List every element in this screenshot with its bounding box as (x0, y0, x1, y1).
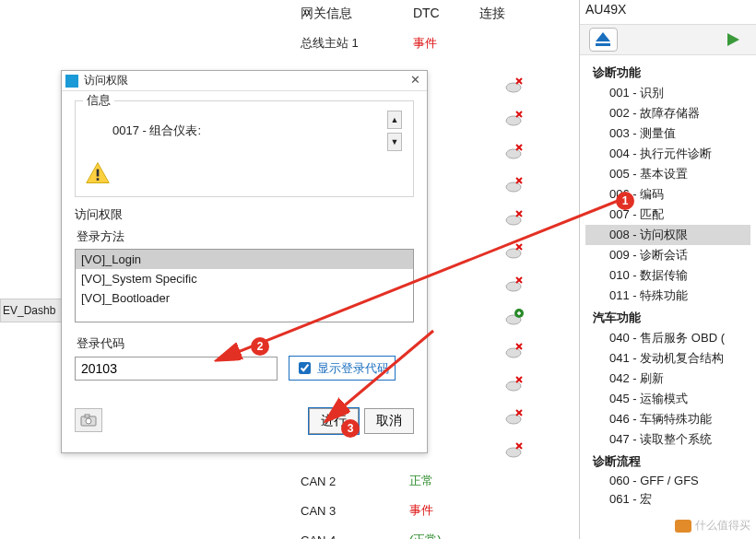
dialog-titlebar: 访问权限 ✕ (62, 71, 427, 91)
connection-bad-icon (505, 76, 524, 94)
svg-point-24 (506, 348, 521, 357)
tree-item[interactable]: 003 - 测量值 (585, 123, 750, 144)
tree-item[interactable]: 009 - 诊断会话 (585, 245, 750, 265)
camera-icon (80, 414, 97, 427)
info-text: 0017 - 组合仪表: (112, 123, 201, 139)
right-toolbar (580, 24, 756, 55)
show-code-label: 显示登录代码 (317, 360, 389, 377)
connection-bad-icon (505, 440, 524, 459)
row1-dtc: 事件 (413, 35, 476, 52)
tree-item[interactable]: 047 - 读取整个系统 (585, 429, 750, 450)
cancel-button[interactable]: 取消 (364, 408, 414, 434)
row-dtc: 事件 (409, 502, 472, 519)
tree-item[interactable]: 006 - 编码 (585, 184, 750, 205)
tree-item[interactable]: 061 - 宏 (585, 489, 750, 510)
info-group: 信息 0017 - 组合仪表: ▲ ▼ (75, 100, 414, 197)
login-method-label: 登录方法 (77, 228, 414, 245)
connection-bad-icon (505, 208, 524, 227)
watermark-text: 什么值得买 (695, 518, 750, 533)
screenshot-button[interactable] (75, 408, 102, 432)
tree-item[interactable]: 004 - 执行元件诊断 (585, 144, 750, 164)
connection-bad-icon (505, 275, 524, 293)
right-panel: AU49X 诊断功能001 - 识别002 - 故障存储器003 - 测量值00… (579, 0, 756, 539)
tree-item[interactable]: 040 - 售后服务 OBD ( (585, 328, 750, 348)
hdr-dtc: DTC (413, 6, 476, 20)
tree-item[interactable]: 005 - 基本设置 (585, 164, 750, 184)
hdr-gateway: 网关信息 (301, 6, 409, 22)
svg-point-39 (86, 418, 91, 424)
connection-ok-icon (505, 308, 524, 326)
row-name: CAN 3 (301, 504, 409, 518)
watermark-icon (675, 520, 691, 533)
watermark: 什么值得买 (675, 518, 750, 533)
login-option[interactable]: [VO]_Login (76, 250, 413, 269)
tree-item[interactable]: 011 - 特殊功能 (585, 286, 750, 306)
login-option[interactable]: [VO]_System Specific (76, 269, 413, 288)
tree-section-title: 汽车功能 (593, 310, 747, 326)
show-code-check[interactable] (299, 362, 311, 374)
connection-bad-icon (505, 407, 524, 426)
access-label: 访问权限 (75, 206, 414, 223)
tree-item[interactable]: 045 - 运输模式 (585, 389, 750, 409)
grid-row-1: 总线主站 1 事件 (301, 35, 476, 52)
grid-row: CAN 4(正常) (301, 525, 472, 539)
info-legend: 信息 (83, 92, 114, 109)
login-method-list[interactable]: [VO]_Login[VO]_System Specific[VO]_Bootl… (75, 249, 414, 322)
svg-point-10 (506, 182, 521, 192)
tree-item[interactable]: 041 - 发动机复合结构 (585, 348, 750, 369)
tree-item[interactable]: 002 - 故障存储器 (585, 103, 750, 123)
svg-point-33 (506, 448, 521, 457)
tree-section-title: 诊断功能 (593, 64, 747, 81)
warning-icon (85, 160, 111, 186)
svg-point-27 (506, 381, 521, 391)
right-header-title: AU49X (585, 2, 626, 17)
scroll-up-icon[interactable]: ▲ (387, 111, 402, 129)
svg-point-16 (506, 249, 521, 258)
connection-bad-icon (505, 374, 524, 393)
app-icon (65, 75, 78, 88)
svg-rect-36 (97, 170, 100, 177)
grid-row: CAN 3事件 (301, 496, 472, 525)
tree-item[interactable]: 007 - 匹配 (585, 205, 750, 225)
row-dtc: (正常) (409, 532, 472, 539)
row-dtc: 正常 (409, 473, 472, 489)
eject-button[interactable] (589, 28, 618, 52)
grid-row: CAN 2正常 (301, 466, 472, 496)
show-code-checkbox[interactable]: 显示登录代码 (289, 356, 396, 381)
connection-bad-icon (505, 241, 524, 260)
dialog-title: 访问权限 (84, 73, 407, 88)
connection-bad-icon (505, 341, 524, 359)
svg-point-13 (506, 216, 521, 225)
login-option[interactable]: [VO]_Bootloader (76, 288, 413, 308)
svg-point-30 (506, 415, 521, 424)
access-dialog: 访问权限 ✕ 信息 0017 - 组合仪表: ▲ ▼ (61, 70, 428, 453)
info-scroll: ▲ ▼ (387, 109, 402, 153)
svg-rect-40 (85, 415, 89, 417)
tree-item[interactable]: 010 - 数据传输 (585, 265, 750, 286)
tree-item[interactable]: 046 - 车辆特殊功能 (585, 409, 750, 429)
tree-section-title: 诊断流程 (593, 453, 747, 470)
connection-bad-icon (505, 142, 524, 160)
tree-item[interactable]: 008 - 访问权限 (585, 225, 750, 245)
grid-headers: 网关信息 DTC 连接 (301, 6, 516, 22)
left-tab-fragment[interactable]: EV_Dashb (0, 299, 65, 322)
svg-point-19 (506, 282, 521, 291)
row1-name: 总线主站 1 (301, 35, 409, 52)
close-icon[interactable]: ✕ (407, 73, 423, 89)
function-tree: 诊断功能001 - 识别002 - 故障存储器003 - 测量值004 - 执行… (580, 57, 756, 539)
login-code-input[interactable] (75, 357, 278, 381)
ok-button[interactable]: 进行 (309, 408, 359, 434)
tree-item[interactable]: 001 - 识别 (585, 83, 750, 103)
hdr-conn: 连接 (479, 6, 516, 22)
connection-column (505, 76, 524, 474)
svg-rect-37 (97, 178, 100, 181)
svg-point-7 (506, 149, 521, 158)
tree-item[interactable]: 060 - GFF / GFS (585, 472, 750, 489)
row-name: CAN 4 (301, 533, 409, 540)
connection-bad-icon (505, 175, 524, 193)
scroll-down-icon[interactable]: ▼ (387, 133, 402, 151)
tree-item[interactable]: 042 - 刷新 (585, 369, 750, 389)
svg-point-4 (506, 116, 521, 125)
row-name: CAN 2 (301, 475, 409, 488)
play-button[interactable] (719, 28, 747, 52)
